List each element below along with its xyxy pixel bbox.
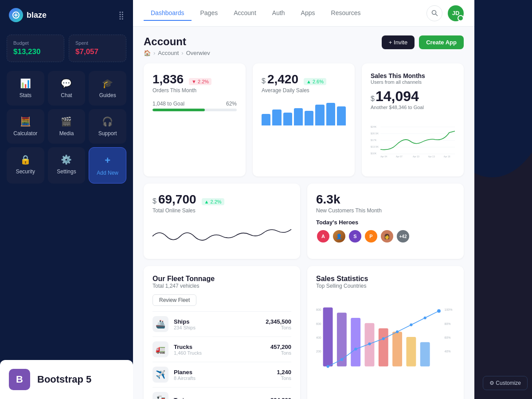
svg-line-2 [435,14,437,16]
bar-5 [305,111,313,125]
page-title-area: Account 🏠 › Account › Overwiev [144,35,210,56]
tab-account[interactable]: Account [227,6,263,21]
svg-point-40 [410,324,412,326]
wave-chart [153,219,291,250]
second-row: $ 69,700 ▲ 2.2% Total Online Sales 6.3k … [144,184,464,259]
fleet-row-planes: ✈️ Planes 8 Aircrafts 1,240 Tons [153,362,291,387]
breadcrumb: 🏠 › Account › Overwiev [144,50,210,56]
tab-auth[interactable]: Auth [265,6,292,21]
invite-button[interactable]: + Invite [382,35,415,49]
tab-pages[interactable]: Pages [193,6,225,21]
svg-point-42 [437,309,441,313]
guides-label: Guides [99,92,116,98]
fleet-title: Our Fleet Tonnage [153,275,291,283]
security-label: Security [16,168,35,175]
hero-1: A [316,229,330,243]
sidebar-item-add-new[interactable]: + Add New [89,147,126,184]
fleet-row-ships: 🚢 Ships 234 Ships 2,345,500 Tons [153,311,291,336]
sidebar-item-security[interactable]: 🔒 Security [7,147,44,184]
svg-rect-32 [406,337,416,367]
customize-button[interactable]: ⚙ Customize [483,376,528,390]
breadcrumb-overview: Overwiev [186,50,210,56]
search-button[interactable] [426,5,442,21]
user-avatar[interactable]: JD [448,5,464,21]
top-nav-tabs: Dashboards Pages Account Auth Apps Resou… [144,6,368,21]
svg-text:400: 400 [316,336,321,339]
sales-stats-chart: 800 600 400 200 100% 80% 60% 40% [316,294,455,383]
svg-rect-30 [379,329,388,367]
customers-card: 6.3k New Customers This Month Today's He… [307,184,464,259]
daily-sales-chart [262,99,346,125]
tab-dashboards[interactable]: Dashboards [144,6,192,21]
ships-unit: Tons [266,325,291,330]
ships-icon: 🚢 [153,316,168,332]
sidebar-item-settings[interactable]: ⚙️ Settings [48,147,86,184]
svg-text:40%: 40% [445,350,451,353]
svg-point-41 [424,317,426,319]
bootstrap-text: Bootstrap 5 [37,374,91,385]
create-app-button[interactable]: Create App [419,35,464,49]
svg-text:Apr 13: Apr 13 [428,155,435,158]
planes-unit: Tons [277,376,291,381]
ships-name: Ships [174,318,260,325]
bootstrap-icon: B [9,369,30,390]
media-icon: 🎬 [61,116,72,127]
svg-text:600: 600 [316,322,321,325]
page-actions: + Invite Create App [382,35,464,49]
svg-text:$24K: $24K [371,125,376,128]
sidebar-item-media[interactable]: 🎬 Media [48,109,86,144]
svg-text:Apr 04: Apr 04 [380,155,387,158]
add-new-icon: + [105,155,110,166]
orders-card: 1,836 ▼ 2.2% Orders This Month 1,048 to … [144,63,246,176]
sales-stats-title: Sales Statistics [316,275,455,283]
ships-sub: 234 Ships [174,325,260,330]
planes-name: Planes [174,369,271,376]
sidebar-item-chat[interactable]: 💬 Chat [48,71,86,106]
media-label: Media [59,130,74,137]
trains-name: Trains [174,397,265,399]
sidebar-item-stats[interactable]: 📊 Stats [7,71,44,106]
svg-text:60%: 60% [445,336,451,339]
breadcrumb-account: Account [158,50,179,56]
heroes-label: Today's Heroes [316,219,455,226]
sidebar: blaze ⣿ Budget $13,230 Spent $7,057 📊 St… [0,0,133,399]
planes-icon: ✈️ [153,367,168,383]
planes-value-area: 1,240 Tons [277,369,291,381]
security-icon: 🔒 [20,154,31,165]
stats-icon: 📊 [20,78,31,89]
tab-resources[interactable]: Resources [324,6,368,21]
online-sales-badge: ▲ 2.2% [202,198,224,205]
svg-point-35 [340,358,343,361]
online-sales-card: $ 69,700 ▲ 2.2% Total Online Sales [144,184,300,259]
svg-rect-26 [323,308,333,367]
sidebar-item-calculator[interactable]: 🧮 Calculator [7,109,44,144]
dark-blob [474,0,532,177]
customers-label: New Customers This Month [316,207,455,214]
budget-area: Budget $13,230 Spent $7,057 [0,30,133,71]
dark-panel: ⚙ Customize [474,0,532,399]
hero-2: 👤 [332,229,346,243]
sales-line-chart: $24K $20.5K $17K $13.5K $10K [371,114,455,168]
svg-point-34 [326,365,329,368]
add-new-label: Add New [97,170,118,176]
menu-icon[interactable]: ⣿ [118,10,124,20]
hero-3: S [348,229,362,243]
daily-sales-prefix: $ [262,77,266,85]
review-fleet-button[interactable]: Review Fleet [153,294,196,306]
bar-7 [326,103,335,125]
main-content: Dashboards Pages Account Auth Apps Resou… [133,0,474,399]
settings-label: Settings [57,168,76,175]
svg-text:Apr 07: Apr 07 [396,155,403,158]
trucks-unit: Tons [270,350,291,356]
sidebar-item-support[interactable]: 🎧 Support [89,109,126,144]
top-nav-actions: JD [426,5,464,21]
daily-sales-label: Average Daily Sales [262,87,346,94]
bar-6 [315,105,324,125]
svg-text:80%: 80% [445,322,451,325]
tab-apps[interactable]: Apps [294,6,322,21]
sidebar-item-guides[interactable]: 🎓 Guides [89,71,126,106]
page-header: Account 🏠 › Account › Overwiev + Invite … [144,35,464,56]
breadcrumb-home: 🏠 [144,50,151,56]
calculator-icon: 🧮 [20,116,31,127]
orders-value: 1,836 [153,72,184,86]
